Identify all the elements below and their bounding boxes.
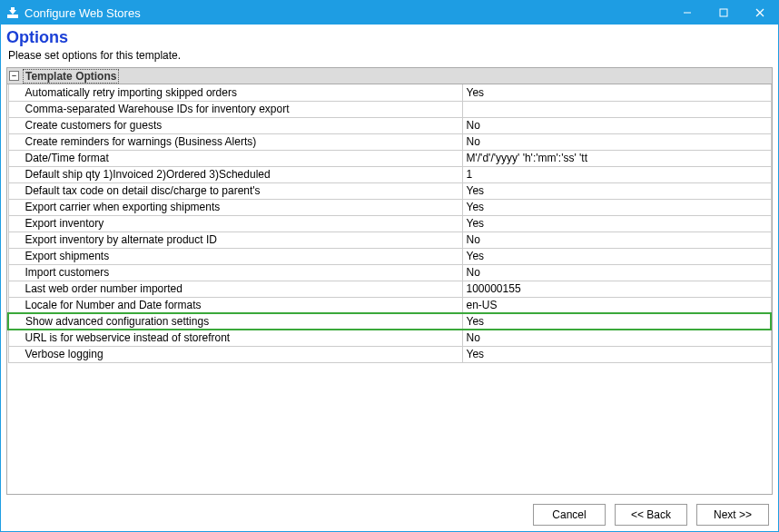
option-label: Import customers	[8, 264, 462, 281]
option-row[interactable]: Locale for Number and Date formatsen-US	[8, 297, 771, 313]
option-row[interactable]: Date/Time formatM'/'d'/'yyyy' 'h':'mm':'…	[8, 150, 771, 166]
option-label: Show advanced configuration settings	[8, 313, 462, 330]
option-label: URL is for webservice instead of storefr…	[8, 330, 462, 346]
minimize-button[interactable]	[669, 1, 705, 25]
svg-rect-2	[720, 9, 727, 16]
option-value[interactable]: Yes	[462, 84, 771, 101]
option-value[interactable]	[462, 101, 771, 117]
option-value[interactable]: 1	[462, 166, 771, 182]
option-label: Automatically retry importing skipped or…	[8, 84, 462, 101]
option-label: Last web order number imported	[8, 281, 462, 297]
options-table: Automatically retry importing skipped or…	[7, 84, 772, 363]
option-label: Create reminders for warnings (Business …	[8, 133, 462, 150]
close-button[interactable]	[742, 1, 778, 25]
option-row[interactable]: Default ship qty 1)Invoiced 2)Ordered 3)…	[8, 166, 771, 182]
svg-rect-0	[7, 15, 18, 18]
option-label: Date/Time format	[8, 150, 462, 166]
button-bar: Cancel << Back Next >>	[6, 495, 773, 526]
option-value[interactable]: No	[462, 117, 771, 133]
content-area: Options Please set options for this temp…	[1, 25, 778, 531]
option-label: Export carrier when exporting shipments	[8, 199, 462, 215]
option-row[interactable]: URL is for webservice instead of storefr…	[8, 330, 771, 346]
option-label: Default tax code on detail disc/charge t…	[8, 182, 462, 199]
option-value[interactable]: Yes	[462, 199, 771, 215]
option-label: Create customers for guests	[8, 117, 462, 133]
option-row[interactable]: Create customers for guestsNo	[8, 117, 771, 133]
collapse-icon[interactable]: –	[9, 71, 19, 81]
option-label: Default ship qty 1)Invoiced 2)Ordered 3)…	[8, 166, 462, 182]
option-value[interactable]: en-US	[462, 297, 771, 313]
option-row[interactable]: Export shipmentsYes	[8, 248, 771, 264]
window-root: Configure Web Stores Options Please set …	[0, 0, 779, 532]
option-value[interactable]: M'/'d'/'yyyy' 'h':'mm':'ss' 'tt	[462, 150, 771, 166]
section-label: Template Options	[23, 69, 119, 84]
option-value[interactable]: No	[462, 264, 771, 281]
option-row[interactable]: Default tax code on detail disc/charge t…	[8, 182, 771, 199]
titlebar: Configure Web Stores	[1, 1, 778, 25]
option-value[interactable]: 100000155	[462, 281, 771, 297]
option-row[interactable]: Show advanced configuration settingsYes	[8, 313, 771, 330]
app-icon	[6, 6, 19, 19]
option-value[interactable]: Yes	[462, 346, 771, 362]
cancel-button[interactable]: Cancel	[533, 504, 606, 526]
option-row[interactable]: Verbose loggingYes	[8, 346, 771, 362]
option-label: Comma-separated Warehouse IDs for invent…	[8, 101, 462, 117]
option-value[interactable]: Yes	[462, 182, 771, 199]
option-row[interactable]: Comma-separated Warehouse IDs for invent…	[8, 101, 771, 117]
option-row[interactable]: Automatically retry importing skipped or…	[8, 84, 771, 101]
page-title: Options	[6, 28, 773, 47]
option-row[interactable]: Last web order number imported100000155	[8, 281, 771, 297]
option-value[interactable]: No	[462, 330, 771, 346]
option-label: Export inventory	[8, 215, 462, 232]
option-row[interactable]: Export carrier when exporting shipmentsY…	[8, 199, 771, 215]
section-header[interactable]: – Template Options	[7, 68, 772, 84]
options-grid: – Template Options Automatically retry i…	[6, 67, 773, 495]
option-row[interactable]: Export inventory by alternate product ID…	[8, 232, 771, 248]
option-label: Export shipments	[8, 248, 462, 264]
option-row[interactable]: Create reminders for warnings (Business …	[8, 133, 771, 150]
option-row[interactable]: Export inventoryYes	[8, 215, 771, 232]
option-label: Verbose logging	[8, 346, 462, 362]
back-button[interactable]: << Back	[615, 504, 687, 526]
window-controls	[669, 1, 778, 25]
option-value[interactable]: Yes	[462, 248, 771, 264]
option-value[interactable]: No	[462, 232, 771, 248]
option-value[interactable]: Yes	[462, 215, 771, 232]
window-title: Configure Web Stores	[25, 6, 141, 20]
next-button[interactable]: Next >>	[696, 504, 769, 526]
option-value[interactable]: Yes	[462, 313, 771, 330]
option-label: Locale for Number and Date formats	[8, 297, 462, 313]
option-value[interactable]: No	[462, 133, 771, 150]
maximize-button[interactable]	[705, 1, 742, 25]
page-subtitle: Please set options for this template.	[8, 49, 773, 62]
option-label: Export inventory by alternate product ID	[8, 232, 462, 248]
option-row[interactable]: Import customersNo	[8, 264, 771, 281]
